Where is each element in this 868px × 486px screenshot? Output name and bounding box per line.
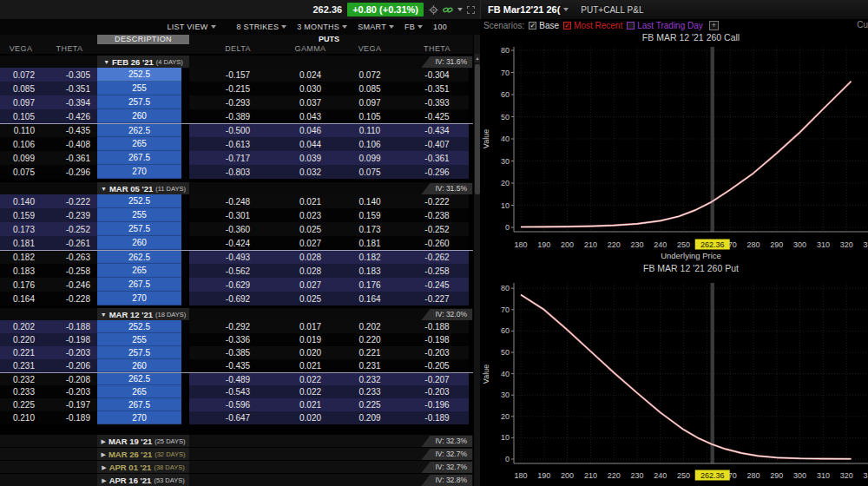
symbol-dropdown[interactable]: FB bbox=[404, 23, 423, 31]
option-chain-row[interactable]: 0.085-0.351255-0.2150.0300.085-0.351 bbox=[0, 82, 473, 95]
strike-cell[interactable]: 260 bbox=[97, 109, 181, 123]
option-chain-row[interactable]: 0.182-0.263262.5-0.4930.0280.182-0.262 bbox=[0, 250, 473, 264]
option-chain-row[interactable]: 0.233-0.203265-0.5430.0220.233-0.203 bbox=[0, 385, 473, 398]
strike-cell[interactable]: 270 bbox=[97, 165, 181, 179]
strike-cell[interactable]: 265 bbox=[97, 385, 181, 398]
option-chain-row[interactable]: 0.221-0.203257.5-0.3850.0200.221-0.203 bbox=[0, 346, 473, 359]
strike-cell[interactable]: 270 bbox=[97, 292, 181, 305]
pnl-contract-selector[interactable]: FB Mar12'21 26( bbox=[488, 4, 560, 15]
pnl-panel-header: FB Mar12'21 26( PUT+CALL P&L bbox=[480, 0, 868, 19]
put-gamma-cell: 0.021 bbox=[286, 398, 334, 411]
strike-cell[interactable]: 262.5 bbox=[97, 124, 181, 137]
current-price-band bbox=[711, 283, 714, 463]
puts-theta-header[interactable]: THETA bbox=[405, 44, 469, 54]
strike-cell[interactable]: 252.5 bbox=[97, 194, 181, 208]
option-chain-row[interactable]: 0.164-0.228270-0.6920.0250.164-0.227 bbox=[0, 292, 473, 305]
days-to-expiry: (32 DAYS) bbox=[155, 450, 185, 458]
expiry-group-header[interactable]: ▼MAR 05 '21 (11 DAYS)IV: 31.5% bbox=[0, 182, 473, 194]
option-chain-row[interactable]: 0.075-0.296270-0.8030.0320.075-0.296 bbox=[0, 165, 473, 179]
row-gap bbox=[181, 385, 189, 398]
strike-cell[interactable]: 265 bbox=[97, 264, 181, 278]
option-chain-row[interactable]: 0.173-0.252257.5-0.3600.0250.173-0.252 bbox=[0, 222, 473, 236]
puts-vega-header[interactable]: VEGA bbox=[334, 44, 405, 54]
strike-cell[interactable]: 267.5 bbox=[97, 398, 181, 411]
expiry-group-label[interactable]: ▼MAR 12 '21 (18 DAYS) bbox=[97, 308, 189, 320]
option-chain-row[interactable]: 0.099-0.361267.5-0.7170.0390.099-0.361 bbox=[0, 151, 473, 165]
option-chain-row[interactable]: 0.140-0.222252.5-0.2480.0210.140-0.222 bbox=[0, 194, 473, 208]
expiry-group-label[interactable]: ▼FEB 26 '21 (4 DAYS) bbox=[97, 56, 189, 68]
put-gamma-cell: 0.046 bbox=[286, 124, 334, 137]
base-checkbox[interactable]: ✓ bbox=[529, 22, 536, 30]
expiry-group-label[interactable]: ▶APR 16 '21 (53 DAYS) bbox=[97, 474, 189, 486]
call-theta-cell: -0.351 bbox=[42, 82, 97, 95]
puts-gamma-header[interactable]: GAMMA bbox=[286, 44, 334, 54]
strike-cell[interactable]: 267.5 bbox=[97, 278, 181, 292]
calls-theta-header[interactable]: THETA bbox=[42, 44, 97, 54]
expiry-group-header[interactable]: ▼FEB 26 '21 (4 DAYS)IV: 31.6% bbox=[0, 56, 473, 68]
scenario-last-trading-day[interactable]: Last Trading Day bbox=[627, 21, 703, 30]
strike-cell[interactable]: 257.5 bbox=[97, 95, 181, 109]
expiry-group-header[interactable]: ▼MAR 12 '21 (18 DAYS)IV: 32.0% bbox=[0, 308, 473, 320]
svg-text:330: 330 bbox=[863, 471, 868, 480]
expiry-group-label[interactable]: ▶MAR 19 '21 (25 DAYS) bbox=[97, 435, 189, 448]
collapsed-expiry-row[interactable]: ▶APR 16 '21 (53 DAYS)IV: 32.8% bbox=[0, 473, 473, 486]
option-chain-row[interactable]: 0.176-0.246267.5-0.6290.0270.176-0.245 bbox=[0, 278, 473, 292]
strike-cell[interactable]: 260 bbox=[97, 359, 181, 372]
option-chain-row[interactable]: 0.183-0.258265-0.5620.0280.183-0.258 bbox=[0, 264, 473, 278]
strike-cell[interactable]: 255 bbox=[97, 333, 181, 346]
option-chain-row[interactable]: 0.220-0.198255-0.3360.0190.220-0.198 bbox=[0, 333, 473, 346]
option-chain-row[interactable]: 0.105-0.426260-0.3890.0430.105-0.425 bbox=[0, 109, 473, 123]
row-gap bbox=[181, 411, 189, 424]
option-chain-row[interactable]: 0.072-0.305252.5-0.1570.0240.072-0.304 bbox=[0, 68, 473, 82]
option-chain-row[interactable]: 0.159-0.239255-0.3010.0230.159-0.238 bbox=[0, 208, 473, 222]
exchange-dropdown[interactable]: SMART bbox=[358, 23, 394, 31]
strike-cell[interactable]: 255 bbox=[97, 208, 181, 222]
expand-frame-icon[interactable] bbox=[467, 6, 475, 14]
most-recent-checkbox[interactable]: ✓ bbox=[563, 22, 571, 30]
option-chain-row[interactable]: 0.181-0.261260-0.4240.0270.181-0.260 bbox=[0, 236, 473, 250]
expiry-group-label[interactable]: ▶MAR 26 '21 (32 DAYS) bbox=[97, 448, 189, 461]
strike-cell[interactable]: 257.5 bbox=[97, 346, 181, 359]
option-chain-row[interactable]: 0.097-0.394257.5-0.2930.0370.097-0.393 bbox=[0, 95, 473, 109]
strike-cell[interactable]: 252.5 bbox=[97, 320, 181, 333]
option-chain-row[interactable]: 0.210-0.189270-0.6470.0200.209-0.189 bbox=[0, 411, 473, 424]
option-chain-row[interactable]: 0.110-0.435262.5-0.5000.0460.110-0.434 bbox=[0, 123, 473, 137]
strike-cell[interactable]: 257.5 bbox=[97, 222, 181, 236]
scenario-base[interactable]: ✓ Base bbox=[529, 21, 559, 30]
strike-cell[interactable]: 260 bbox=[97, 236, 181, 250]
table-scrollbar[interactable]: ▲ bbox=[473, 35, 480, 486]
strike-cell[interactable]: 265 bbox=[97, 137, 181, 151]
option-chain-row[interactable]: 0.225-0.197267.5-0.5960.0210.225-0.196 bbox=[0, 398, 473, 411]
strike-cell[interactable]: 267.5 bbox=[97, 151, 181, 165]
scenario-most-recent[interactable]: ✓ Most Recent bbox=[563, 21, 622, 30]
collapsed-expiry-row[interactable]: ▶MAR 19 '21 (25 DAYS)IV: 32.3% bbox=[0, 434, 473, 447]
put-delta-cell: -0.424 bbox=[189, 236, 286, 250]
option-chain-row[interactable]: 0.232-0.208262.5-0.4890.0220.232-0.207 bbox=[0, 372, 473, 385]
strike-cell[interactable]: 262.5 bbox=[97, 251, 181, 264]
calls-vega-header[interactable]: VEGA bbox=[0, 44, 42, 54]
collapsed-expiry-row[interactable]: ▶APR 01 '21 (38 DAYS)IV: 32.7% bbox=[0, 460, 473, 473]
list-view-dropdown[interactable]: LIST VIEW bbox=[167, 23, 215, 31]
collapsed-expiry-row[interactable]: ▶MAR 26 '21 (32 DAYS)IV: 32.7% bbox=[0, 447, 473, 460]
link-icon[interactable] bbox=[443, 5, 453, 15]
strikes-dropdown[interactable]: 8 STRIKES bbox=[237, 23, 287, 31]
option-chain-row[interactable]: 0.202-0.188252.5-0.2920.0170.202-0.188 bbox=[0, 320, 473, 333]
puts-delta-header[interactable]: DELTA bbox=[189, 44, 286, 54]
option-chain-row[interactable]: 0.231-0.206260-0.4350.0210.231-0.205 bbox=[0, 359, 473, 372]
months-dropdown[interactable]: 3 MONTHS bbox=[297, 23, 347, 31]
row-gap bbox=[181, 373, 189, 385]
strike-cell[interactable]: 255 bbox=[97, 82, 181, 95]
expiry-group-label[interactable]: ▶APR 01 '21 (38 DAYS) bbox=[97, 461, 189, 474]
last-trading-day-checkbox[interactable] bbox=[627, 22, 635, 30]
contract-caret-icon[interactable] bbox=[563, 8, 569, 11]
add-scenario-button[interactable]: + bbox=[709, 21, 719, 30]
gear-icon[interactable] bbox=[429, 5, 438, 15]
strike-cell[interactable]: 252.5 bbox=[97, 68, 181, 82]
strike-cell[interactable]: 262.5 bbox=[97, 373, 181, 385]
quote-menu-caret-icon[interactable] bbox=[457, 8, 463, 11]
expiry-group-label[interactable]: ▼MAR 05 '21 (11 DAYS) bbox=[97, 182, 189, 194]
call-vega-cell: 0.085 bbox=[0, 82, 42, 95]
strike-cell[interactable]: 270 bbox=[97, 411, 181, 424]
put-theta-cell: -0.393 bbox=[405, 95, 469, 109]
option-chain-row[interactable]: 0.106-0.408265-0.6130.0440.106-0.407 bbox=[0, 137, 473, 151]
